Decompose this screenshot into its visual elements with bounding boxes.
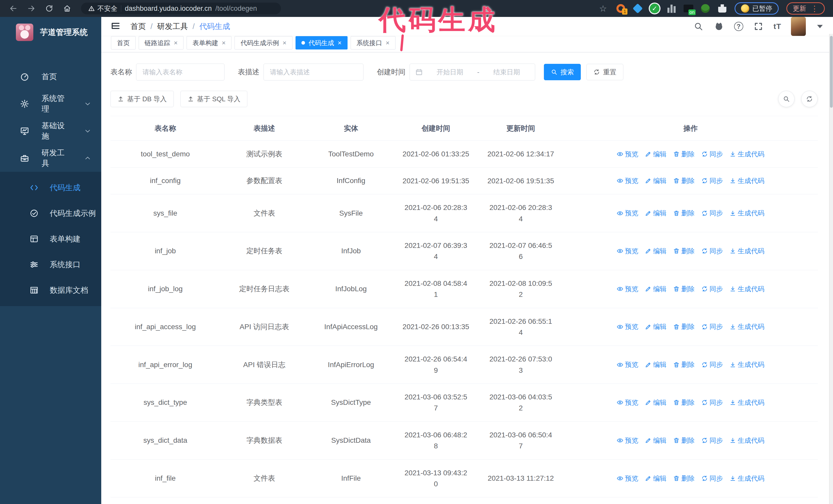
start-date-input[interactable]: 开始日期 <box>427 68 473 77</box>
date-range-picker[interactable]: 开始日期 - 结束日期 <box>410 64 535 80</box>
generate-code-link[interactable]: 生成代码 <box>730 209 764 218</box>
delete-link[interactable]: 删除 <box>673 150 695 159</box>
sync-link[interactable]: 同步 <box>701 398 723 407</box>
user-avatar[interactable] <box>791 17 806 36</box>
preview-link[interactable]: 预览 <box>617 360 638 369</box>
tab-codegen-example[interactable]: 代码生成示例× <box>235 36 292 49</box>
gem-extension-icon[interactable] <box>632 3 643 14</box>
edit-link[interactable]: 编辑 <box>645 474 666 483</box>
tab-home[interactable]: 首页 <box>111 36 136 49</box>
delete-link[interactable]: 删除 <box>673 209 695 218</box>
bookmark-star-icon[interactable]: ☆ <box>599 4 607 13</box>
preview-link[interactable]: 预览 <box>617 474 638 483</box>
font-size-icon[interactable]: tT <box>774 22 781 31</box>
tab-codegen[interactable]: 代码生成× <box>295 36 348 49</box>
toggle-search-button[interactable] <box>778 91 794 107</box>
tab-form-builder[interactable]: 表单构建× <box>187 36 232 49</box>
proxy-extension-icon[interactable]: 1 <box>615 3 626 14</box>
preview-link[interactable]: 预览 <box>617 176 638 185</box>
delete-link[interactable]: 删除 <box>673 176 695 185</box>
import-sql-button[interactable]: 基于 SQL 导入 <box>181 91 247 107</box>
paused-status-pill[interactable]: 已暂停 <box>735 2 779 15</box>
switch-extension-icon[interactable]: on <box>683 3 694 14</box>
close-icon[interactable]: × <box>174 40 177 46</box>
sidebar-item-home[interactable]: 首页 <box>0 63 101 90</box>
sync-link[interactable]: 同步 <box>701 285 723 293</box>
preview-link[interactable]: 预览 <box>617 209 638 218</box>
sync-link[interactable]: 同步 <box>701 322 723 331</box>
breadcrumb-home[interactable]: 首页 <box>130 21 146 32</box>
generate-code-link[interactable]: 生成代码 <box>730 176 764 185</box>
close-icon[interactable]: × <box>282 40 286 46</box>
edit-link[interactable]: 编辑 <box>645 436 666 445</box>
sidebar-item-codegen[interactable]: 代码生成 <box>0 175 101 200</box>
search-icon[interactable] <box>693 21 704 32</box>
security-warning[interactable]: 不安全 <box>88 4 117 13</box>
sync-link[interactable]: 同步 <box>701 209 723 218</box>
update-button[interactable]: 更新 ⋮ <box>786 2 825 15</box>
sidebar-item-db-doc[interactable]: 数据库文档 <box>0 278 101 303</box>
preview-link[interactable]: 预览 <box>617 150 638 159</box>
generate-code-link[interactable]: 生成代码 <box>730 247 764 256</box>
sync-link[interactable]: 同步 <box>701 150 723 159</box>
preview-link[interactable]: 预览 <box>617 436 638 445</box>
hamburger-icon[interactable] <box>111 21 122 32</box>
close-icon[interactable]: × <box>386 40 389 46</box>
preview-link[interactable]: 预览 <box>617 322 638 331</box>
generate-code-link[interactable]: 生成代码 <box>730 398 764 407</box>
sidebar-item-codegen-example[interactable]: 代码生成示例 <box>0 200 101 226</box>
close-icon[interactable]: × <box>222 40 225 46</box>
delete-link[interactable]: 删除 <box>673 360 695 369</box>
edit-link[interactable]: 编辑 <box>645 360 666 369</box>
delete-link[interactable]: 删除 <box>673 436 695 445</box>
edit-link[interactable]: 编辑 <box>645 322 666 331</box>
refresh-table-button[interactable] <box>801 91 818 107</box>
delete-link[interactable]: 删除 <box>673 322 695 331</box>
scrollbar-thumb[interactable] <box>830 36 833 108</box>
tampermonkey-extension-icon[interactable] <box>700 3 711 14</box>
import-db-button[interactable]: 基于 DB 导入 <box>111 91 174 107</box>
generate-code-link[interactable]: 生成代码 <box>730 150 764 159</box>
delete-link[interactable]: 删除 <box>673 474 695 483</box>
sync-link[interactable]: 同步 <box>701 436 723 445</box>
reset-button[interactable]: 重置 <box>587 64 623 80</box>
sync-link[interactable]: 同步 <box>701 176 723 185</box>
fullscreen-icon[interactable] <box>753 21 764 32</box>
generate-code-link[interactable]: 生成代码 <box>730 322 764 331</box>
back-icon[interactable] <box>8 3 19 14</box>
stats-extension-icon[interactable] <box>666 3 677 14</box>
sync-link[interactable]: 同步 <box>701 474 723 483</box>
sync-link[interactable]: 同步 <box>701 247 723 256</box>
sidebar-item-system[interactable]: 系统管理 <box>0 90 101 117</box>
sidebar-item-form-builder[interactable]: 表单构建 <box>0 226 101 252</box>
generate-code-link[interactable]: 生成代码 <box>730 474 764 483</box>
help-icon[interactable]: ? <box>734 22 743 31</box>
end-date-input[interactable]: 结束日期 <box>484 68 529 77</box>
preview-link[interactable]: 预览 <box>617 398 638 407</box>
edit-link[interactable]: 编辑 <box>645 398 666 407</box>
home-icon[interactable] <box>62 3 72 14</box>
close-icon[interactable]: × <box>338 40 342 46</box>
sidebar-item-devtools[interactable]: 研发工具 <box>0 145 101 172</box>
adguard-extension-icon[interactable]: ✓ <box>649 3 660 14</box>
table-name-input[interactable] <box>136 64 224 80</box>
sync-link[interactable]: 同步 <box>701 360 723 369</box>
puzzle-extensions-icon[interactable] <box>717 3 728 14</box>
edit-link[interactable]: 编辑 <box>645 285 666 293</box>
preview-link[interactable]: 预览 <box>617 285 638 293</box>
search-button[interactable]: 搜索 <box>544 64 581 80</box>
tab-tracing[interactable]: 链路追踪× <box>139 36 184 49</box>
edit-link[interactable]: 编辑 <box>645 247 666 256</box>
reload-icon[interactable] <box>44 3 54 14</box>
preview-link[interactable]: 预览 <box>617 247 638 256</box>
kebab-menu-icon[interactable]: ⋮ <box>811 4 818 13</box>
delete-link[interactable]: 删除 <box>673 285 695 293</box>
sidebar-item-infra[interactable]: 基础设施 <box>0 117 101 145</box>
breadcrumb-devtools[interactable]: 研发工具 <box>157 21 188 32</box>
generate-code-link[interactable]: 生成代码 <box>730 436 764 445</box>
edit-link[interactable]: 编辑 <box>645 176 666 185</box>
delete-link[interactable]: 删除 <box>673 247 695 256</box>
generate-code-link[interactable]: 生成代码 <box>730 285 764 293</box>
window-scrollbar[interactable] <box>829 34 833 504</box>
forward-icon[interactable] <box>26 3 37 14</box>
